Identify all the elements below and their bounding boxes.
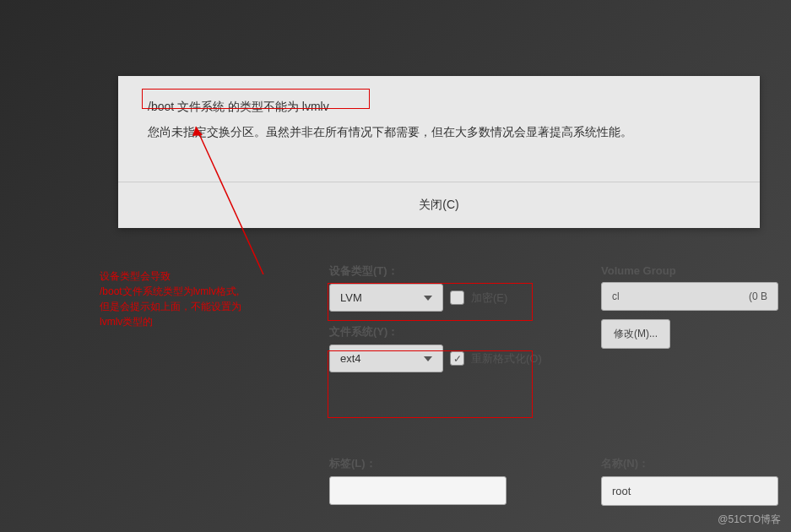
chevron-down-icon: [424, 356, 432, 361]
device-type-select[interactable]: LVM: [329, 284, 443, 312]
annotation-line-2: /boot文件系统类型为lvmlv格式,: [100, 284, 290, 299]
tag-input[interactable]: [329, 476, 507, 505]
modify-button[interactable]: 修改(M)...: [601, 319, 670, 349]
dialog-body: /boot 文件系统 的类型不能为 lvmlv 您尚未指定交换分区。虽然并非在所…: [118, 76, 760, 182]
volume-group-value: cl: [612, 290, 620, 302]
volume-group-label: Volume Group: [601, 264, 778, 277]
reformat-checkbox[interactable]: [450, 351, 464, 366]
watermark: @51CTO博客: [718, 513, 781, 527]
tag-group: 标签(L)：: [329, 456, 507, 505]
filesystem-value: ext4: [340, 352, 361, 365]
volume-group-free: (0 B: [749, 290, 767, 302]
encrypt-checkbox[interactable]: [450, 290, 464, 305]
chevron-down-icon: [424, 296, 432, 301]
name-label: 名称(N)：: [601, 456, 778, 471]
name-input[interactable]: root: [601, 476, 778, 506]
dialog-footer: 关闭(C): [118, 182, 760, 228]
volume-group-section: Volume Group cl (0 B 修改(M)...: [601, 264, 778, 349]
close-button[interactable]: 关闭(C): [419, 198, 458, 211]
tag-label: 标签(L)：: [329, 456, 507, 471]
error-message-1: /boot 文件系统 的类型不能为 lvmlv: [148, 97, 730, 116]
annotation-line-1: 设备类型会导致: [100, 269, 290, 284]
error-message-2: 您尚未指定交换分区。虽然并非在所有情况下都需要，但在大多数情况会显著提高系统性能…: [148, 122, 730, 141]
filesystem-select[interactable]: ext4: [329, 345, 443, 372]
partition-form: 设备类型(T)： LVM 加密(E) 文件系统(Y)： ext4 重新格式化(O…: [329, 263, 542, 385]
device-type-value: LVM: [340, 291, 362, 304]
annotation-line-4: lvmlv类型的: [100, 314, 290, 329]
error-text-1: /boot 文件系统 的类型不能为 lvmlv: [148, 100, 329, 113]
volume-group-select[interactable]: cl (0 B: [601, 282, 778, 311]
encrypt-label: 加密(E): [471, 290, 507, 306]
reformat-label: 重新格式化(O): [471, 351, 542, 366]
device-type-label: 设备类型(T)：: [329, 263, 542, 279]
annotation-line-3: 但是会提示如上面，不能设置为: [100, 299, 290, 314]
filesystem-group: 文件系统(Y)： ext4 重新格式化(O): [329, 324, 542, 372]
annotation-text: 设备类型会导致 /boot文件系统类型为lvmlv格式, 但是会提示如上面，不能…: [100, 269, 290, 329]
error-dialog: /boot 文件系统 的类型不能为 lvmlv 您尚未指定交换分区。虽然并非在所…: [118, 76, 760, 228]
name-group: 名称(N)： root: [601, 456, 778, 506]
filesystem-label: 文件系统(Y)：: [329, 324, 542, 339]
device-type-group: 设备类型(T)： LVM 加密(E): [329, 263, 542, 312]
